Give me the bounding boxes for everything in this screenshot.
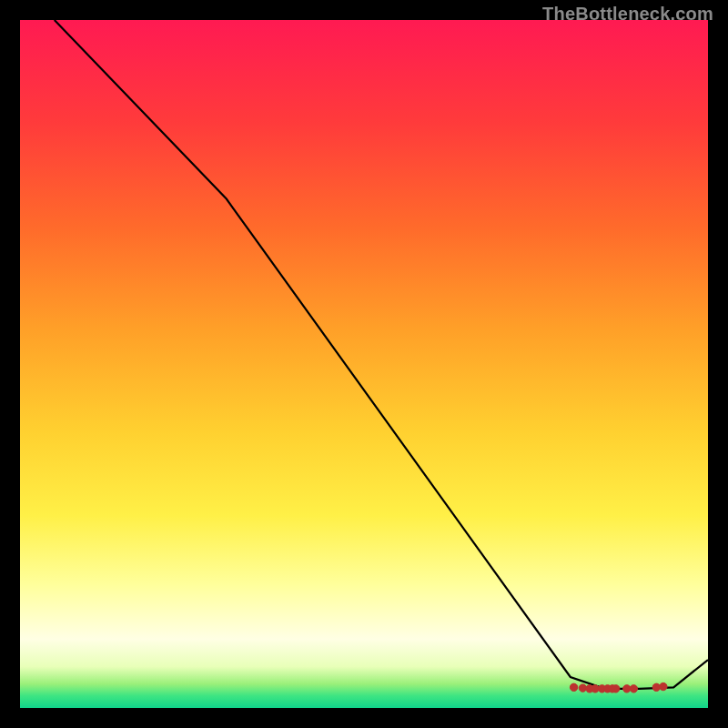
data-marker: [630, 685, 637, 693]
plot-background: [20, 20, 708, 708]
data-marker: [612, 685, 620, 693]
data-marker: [570, 683, 577, 691]
data-marker: [660, 682, 667, 690]
chart-canvas: [0, 0, 728, 728]
watermark-label: TheBottleneck.com: [542, 4, 713, 25]
